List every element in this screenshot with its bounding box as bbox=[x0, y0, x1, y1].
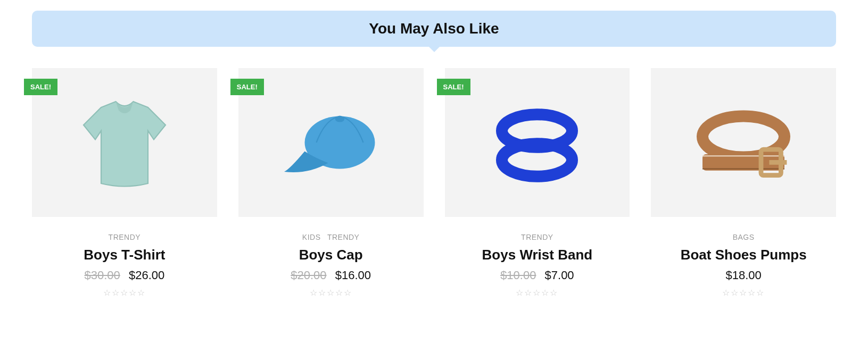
product-categories[interactable]: TRENDY bbox=[445, 233, 630, 241]
wristband-icon bbox=[478, 84, 596, 201]
product-categories[interactable]: TRENDY bbox=[32, 233, 217, 241]
product-price: $18.00 bbox=[651, 269, 836, 282]
old-price: $20.00 bbox=[291, 269, 326, 282]
product-price: $20.00 $16.00 bbox=[238, 269, 424, 282]
rating-stars: ☆☆☆☆☆ bbox=[238, 288, 424, 298]
sale-badge: SALE! bbox=[437, 79, 470, 95]
product-image[interactable] bbox=[651, 68, 836, 217]
new-price: $18.00 bbox=[725, 269, 761, 282]
category-link[interactable]: KIDS bbox=[302, 233, 321, 241]
category-link[interactable]: TRENDY bbox=[521, 233, 553, 241]
old-price: $30.00 bbox=[85, 269, 120, 282]
old-price: $10.00 bbox=[500, 269, 536, 282]
product-categories[interactable]: KIDS TRENDY bbox=[238, 233, 424, 241]
product-title[interactable]: Boat Shoes Pumps bbox=[651, 247, 836, 263]
svg-rect-9 bbox=[770, 160, 787, 165]
belt-icon bbox=[685, 84, 802, 201]
product-price: $30.00 $26.00 bbox=[32, 269, 217, 282]
product-image[interactable]: SALE! bbox=[238, 68, 424, 217]
rating-stars: ☆☆☆☆☆ bbox=[651, 288, 836, 298]
category-link[interactable]: TRENDY bbox=[109, 233, 141, 241]
product-title[interactable]: Boys Cap bbox=[238, 247, 424, 263]
new-price: $16.00 bbox=[335, 269, 371, 282]
product-title[interactable]: Boys T-Shirt bbox=[32, 247, 217, 263]
product-categories[interactable]: BAGS bbox=[651, 233, 836, 241]
svg-point-3 bbox=[502, 144, 572, 177]
product-price: $10.00 $7.00 bbox=[445, 269, 630, 282]
new-price: $7.00 bbox=[545, 269, 574, 282]
sale-badge: SALE! bbox=[24, 79, 57, 95]
product-image[interactable]: SALE! bbox=[32, 68, 217, 217]
product-image[interactable]: SALE! bbox=[445, 68, 630, 217]
product-card[interactable]: SALE! KIDS TRENDY Boys Cap $20.00 $16.00… bbox=[238, 68, 424, 298]
sale-badge: SALE! bbox=[230, 79, 264, 95]
new-price: $26.00 bbox=[129, 269, 164, 282]
product-card[interactable]: BAGS Boat Shoes Pumps $18.00 ☆☆☆☆☆ bbox=[651, 68, 836, 298]
cap-icon bbox=[272, 84, 390, 201]
product-card[interactable]: SALE! TRENDY Boys Wrist Band $10.00 $7.0… bbox=[445, 68, 630, 298]
rating-stars: ☆☆☆☆☆ bbox=[32, 288, 217, 298]
category-link[interactable]: TRENDY bbox=[327, 233, 360, 241]
product-title[interactable]: Boys Wrist Band bbox=[445, 247, 630, 263]
product-grid: SALE! TRENDY Boys T-Shirt $30.00 $26.00 … bbox=[32, 68, 836, 298]
tshirt-icon bbox=[66, 84, 183, 201]
category-link[interactable]: BAGS bbox=[733, 233, 755, 241]
svg-rect-6 bbox=[702, 155, 784, 156]
section-title: You May Also Like bbox=[32, 11, 836, 47]
product-card[interactable]: SALE! TRENDY Boys T-Shirt $30.00 $26.00 … bbox=[32, 68, 217, 298]
svg-rect-7 bbox=[702, 168, 784, 169]
rating-stars: ☆☆☆☆☆ bbox=[445, 288, 630, 298]
